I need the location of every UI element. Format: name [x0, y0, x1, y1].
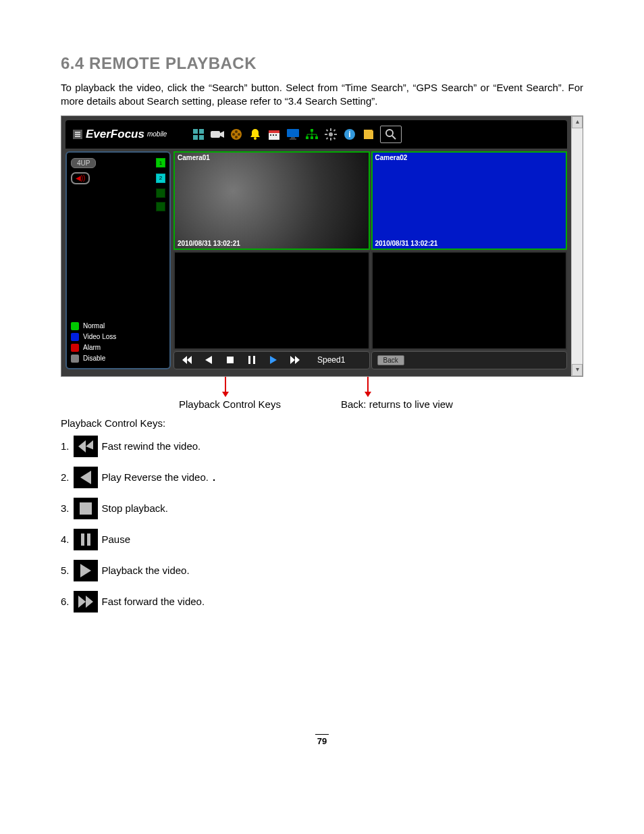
calendar-icon[interactable]: [267, 127, 281, 142]
key-item: 1. Fast rewind the video.: [61, 436, 583, 457]
camera-icon[interactable]: [210, 127, 225, 142]
svg-rect-31: [326, 137, 329, 140]
svg-rect-42: [87, 533, 90, 546]
page-number: 79: [61, 734, 583, 746]
monitor-icon[interactable]: [286, 127, 300, 142]
pause-button[interactable]: [247, 355, 257, 365]
pause-icon: [74, 529, 98, 550]
brand-logo: EverFocus mobile: [72, 128, 167, 141]
fast-forward-icon: [74, 591, 98, 613]
camera-tile-2[interactable]: Camera02 2010/08/31 13:02:21: [371, 151, 568, 250]
scroll-down-icon[interactable]: ▾: [572, 364, 583, 376]
key-item: 3. Stop playback.: [61, 498, 583, 519]
section-title-text: REMOTE PLAYBACK: [89, 54, 257, 72]
section-number: 6.4: [61, 54, 84, 72]
svg-rect-38: [248, 356, 250, 364]
svg-rect-25: [330, 128, 331, 131]
svg-rect-40: [80, 502, 92, 515]
stop-button[interactable]: [225, 355, 235, 365]
screenshot: EverFocus mobile i 4U: [61, 115, 583, 377]
annotation-back: Back: returns to live view: [341, 398, 453, 410]
svg-point-8: [238, 133, 240, 136]
speed-label: Speed1: [317, 355, 345, 365]
network-icon[interactable]: [304, 127, 319, 142]
svg-rect-27: [325, 134, 327, 135]
play-reverse-button[interactable]: [204, 355, 213, 365]
key-item: 2. Play Reverse the video..: [61, 467, 583, 488]
svg-rect-39: [253, 356, 255, 364]
search-icon[interactable]: [380, 126, 402, 143]
svg-rect-5: [211, 131, 220, 138]
annotations: Playback Control Keys Back: returns to l…: [61, 377, 583, 415]
scrollbar[interactable]: ▴ ▾: [571, 116, 583, 376]
back-cell: Back: [371, 351, 568, 369]
legend-item: Alarm: [71, 344, 165, 352]
svg-point-9: [235, 130, 238, 133]
camera-tile-3[interactable]: [173, 251, 370, 350]
gear-icon[interactable]: [323, 127, 338, 142]
svg-rect-13: [269, 130, 279, 133]
svg-rect-23: [315, 136, 318, 139]
channel-3[interactable]: [156, 188, 165, 198]
legend-item: Normal: [71, 322, 165, 330]
svg-rect-18: [291, 137, 295, 138]
play-icon: [74, 560, 98, 581]
key-item: 6. Fast forward the video.: [61, 591, 583, 613]
left-panel: 4UP 1 ◀)) 2 Normal Video Loss Alarm: [65, 151, 171, 369]
svg-rect-28: [334, 134, 337, 135]
app-toolbar: EverFocus mobile i: [65, 120, 567, 149]
scroll-up-icon[interactable]: ▴: [572, 116, 583, 128]
speaker-icon[interactable]: ◀)): [71, 172, 90, 184]
fast-rewind-button[interactable]: [182, 355, 192, 365]
annotation-playback: Playback Control Keys: [179, 398, 281, 410]
playback-control-bar: Speed1: [173, 351, 370, 369]
camera-tile-1[interactable]: Camera01 2010/08/31 13:02:21: [173, 151, 370, 250]
svg-line-36: [392, 136, 396, 139]
grid-icon[interactable]: [191, 127, 206, 142]
svg-point-35: [386, 130, 393, 136]
svg-rect-1: [193, 129, 198, 134]
svg-rect-15: [273, 134, 274, 136]
bell-icon[interactable]: [248, 127, 263, 142]
fast-forward-button[interactable]: [290, 355, 300, 365]
svg-rect-20: [311, 129, 313, 132]
svg-rect-17: [287, 129, 299, 137]
legend-item: Video Loss: [71, 333, 165, 341]
keys-list: 1. Fast rewind the video. 2. Play Revers…: [61, 436, 583, 613]
key-item: 4. Pause: [61, 529, 583, 550]
svg-rect-19: [290, 138, 296, 140]
legend: Normal Video Loss Alarm Disable: [71, 322, 165, 363]
camera-tile-4[interactable]: [371, 251, 568, 350]
svg-rect-21: [306, 136, 308, 139]
svg-rect-4: [199, 135, 204, 140]
intro-paragraph: To playback the video, click the “Search…: [61, 81, 583, 109]
svg-rect-3: [193, 135, 198, 140]
key-item: 5. Playback the video.: [61, 560, 583, 581]
play-reverse-icon: [74, 467, 98, 488]
play-button[interactable]: [269, 355, 278, 365]
svg-rect-26: [330, 138, 331, 140]
svg-rect-29: [326, 129, 329, 132]
svg-point-11: [254, 137, 257, 140]
back-button[interactable]: Back: [377, 355, 404, 365]
film-icon[interactable]: [229, 127, 244, 142]
channel-2[interactable]: 2: [156, 174, 165, 183]
note-icon[interactable]: [361, 127, 376, 142]
svg-rect-37: [227, 357, 234, 363]
layout-4up-button[interactable]: 4UP: [71, 158, 96, 168]
info-icon[interactable]: i: [342, 127, 357, 142]
channel-4[interactable]: [156, 202, 165, 211]
legend-item: Disable: [71, 355, 165, 363]
svg-rect-32: [333, 137, 336, 140]
channel-1[interactable]: 1: [156, 158, 165, 167]
svg-text:i: i: [349, 130, 351, 139]
svg-point-10: [235, 136, 238, 138]
svg-rect-14: [270, 134, 271, 136]
svg-rect-2: [199, 129, 204, 134]
stop-icon: [74, 498, 98, 519]
svg-rect-41: [81, 533, 84, 546]
keys-heading: Playback Control Keys:: [61, 417, 583, 429]
fast-rewind-icon: [74, 436, 98, 457]
svg-point-24: [329, 132, 333, 136]
svg-rect-16: [275, 134, 277, 136]
